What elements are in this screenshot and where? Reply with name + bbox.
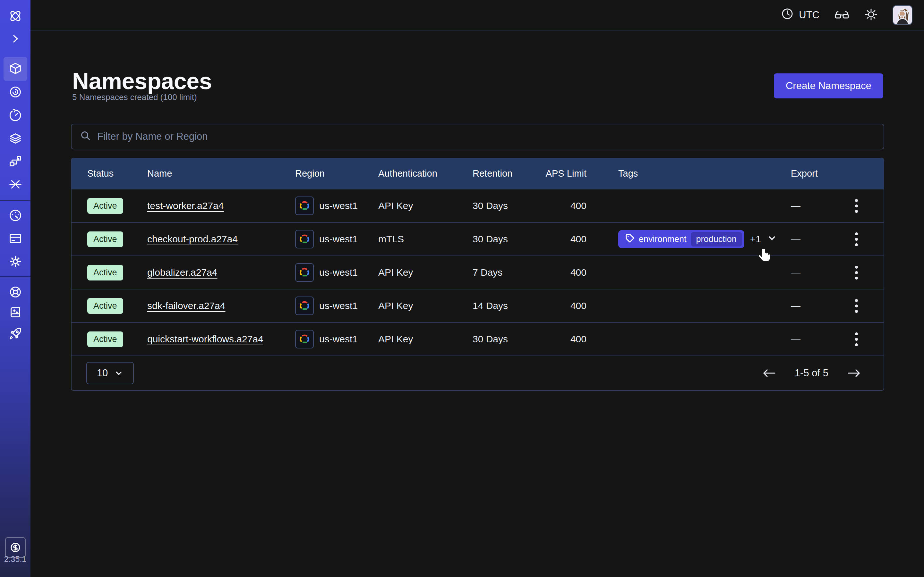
- row-actions-menu-button[interactable]: [843, 295, 869, 317]
- row-actions-menu-button[interactable]: [843, 195, 869, 217]
- retention-cell: 14 Days: [473, 300, 527, 311]
- sidebar-divider: [0, 200, 31, 201]
- row-actions-menu-button[interactable]: [843, 328, 869, 350]
- region-label: us-west1: [319, 334, 358, 345]
- sidebar-item-support[interactable]: [3, 280, 27, 304]
- sidebar-item-billing[interactable]: [3, 227, 27, 250]
- aps-limit-cell: 400: [527, 334, 586, 345]
- table-row: Active globalizer.a27a4 us-west1 API Key…: [71, 255, 884, 289]
- page-size-select[interactable]: 10: [86, 362, 134, 384]
- labs-glasses-button[interactable]: [834, 8, 850, 22]
- tags-expand-chevron-icon[interactable]: [767, 233, 777, 245]
- auth-cell: API Key: [378, 334, 473, 345]
- page-title: Namespaces: [72, 68, 212, 94]
- timezone-label: UTC: [799, 9, 819, 21]
- gcp-region-icon: [295, 330, 314, 348]
- column-header-tags: Tags: [586, 168, 791, 179]
- column-header-retention: Retention: [473, 168, 527, 179]
- app-version: 2.35.1: [0, 554, 31, 564]
- sidebar-item-getting-started[interactable]: [3, 322, 27, 346]
- column-header-aps-limit: APS Limit: [527, 168, 586, 179]
- auth-cell: API Key: [378, 200, 473, 211]
- timezone-selector[interactable]: UTC: [781, 7, 819, 23]
- auth-cell: mTLS: [378, 234, 473, 245]
- next-page-button[interactable]: [847, 368, 861, 378]
- temporal-logo-icon[interactable]: [3, 4, 27, 28]
- sidebar-item-docs[interactable]: [3, 301, 27, 324]
- sidebar-item-namespaces[interactable]: [3, 57, 27, 81]
- export-cell: —: [791, 267, 843, 278]
- namespaces-table: Status Name Region Authentication Retent…: [71, 158, 884, 391]
- region-label: us-west1: [319, 234, 358, 245]
- table-row: Active checkout-prod.a27a4 us-west1 mTLS…: [71, 222, 884, 255]
- auth-cell: API Key: [378, 300, 473, 311]
- aps-limit-cell: 400: [527, 300, 586, 311]
- aps-limit-cell: 400: [527, 200, 586, 211]
- export-cell: —: [791, 334, 843, 345]
- column-header-region: Region: [295, 168, 378, 179]
- theme-toggle-button[interactable]: [864, 8, 878, 23]
- tag-icon: [625, 234, 634, 245]
- table-row: Active sdk-failover.a27a4 us-west1 API K…: [71, 289, 884, 322]
- tag-key: environment: [639, 234, 687, 244]
- export-cell: —: [791, 200, 843, 211]
- sidebar-item-batch-operations[interactable]: [3, 172, 27, 196]
- sidebar-item-settings[interactable]: [3, 250, 27, 274]
- tag-value: production: [691, 232, 742, 247]
- table-footer: 10 1-5 of 5: [71, 356, 884, 390]
- retention-cell: 30 Days: [473, 200, 527, 211]
- tag-chip[interactable]: environment production: [618, 230, 744, 248]
- namespace-link[interactable]: sdk-failover.a27a4: [147, 300, 226, 311]
- export-cell: —: [791, 234, 843, 245]
- table-row: Active test-worker.a27a4 us-west1 API Ke…: [71, 189, 884, 222]
- row-actions-menu-button[interactable]: [843, 261, 869, 284]
- filter-input[interactable]: [97, 131, 875, 142]
- column-header-authentication: Authentication: [378, 168, 473, 179]
- auth-cell: API Key: [378, 267, 473, 278]
- gcp-region-icon: [295, 297, 314, 315]
- column-header-status: Status: [87, 168, 147, 179]
- page-subtitle: 5 Namespaces created (100 limit): [72, 92, 197, 102]
- namespace-link[interactable]: checkout-prod.a27a4: [147, 234, 238, 244]
- sidebar-item-nexus[interactable]: [3, 149, 27, 173]
- region-label: us-west1: [319, 267, 358, 278]
- sidebar: 2.35.1: [0, 0, 31, 577]
- gcp-region-icon: [295, 197, 314, 215]
- column-header-name: Name: [147, 168, 295, 179]
- previous-page-button[interactable]: [762, 368, 776, 378]
- column-header-export: Export: [791, 168, 843, 179]
- pagination-range: 1-5 of 5: [795, 367, 829, 379]
- retention-cell: 30 Days: [473, 234, 527, 245]
- glasses-icon: [834, 8, 850, 22]
- status-badge: Active: [87, 265, 123, 280]
- gcp-region-icon: [295, 263, 314, 282]
- user-avatar[interactable]: [893, 5, 913, 25]
- table-row: Active quickstart-workflows.a27a4 us-wes…: [71, 322, 884, 356]
- clock-icon: [781, 7, 794, 23]
- gcp-region-icon: [295, 230, 314, 248]
- status-badge: Active: [87, 198, 123, 214]
- namespace-link[interactable]: quickstart-workflows.a27a4: [147, 334, 263, 344]
- create-namespace-button[interactable]: Create Namespace: [774, 73, 883, 98]
- sun-icon: [864, 8, 878, 23]
- sidebar-divider: [0, 276, 31, 277]
- region-label: us-west1: [319, 200, 358, 211]
- tags-more-count[interactable]: +1: [750, 234, 761, 245]
- aps-limit-cell: 400: [527, 267, 586, 278]
- status-badge: Active: [87, 298, 123, 314]
- sidebar-item-deployments[interactable]: [3, 127, 27, 150]
- sidebar-item-usage[interactable]: [3, 203, 27, 227]
- sidebar-item-schedules[interactable]: [3, 103, 27, 127]
- namespace-link[interactable]: test-worker.a27a4: [147, 200, 224, 211]
- retention-cell: 7 Days: [473, 267, 527, 278]
- namespace-link[interactable]: globalizer.a27a4: [147, 267, 218, 277]
- sidebar-expand-button[interactable]: [3, 27, 27, 51]
- topbar: UTC: [31, 0, 924, 31]
- status-badge: Active: [87, 332, 123, 347]
- retention-cell: 30 Days: [473, 334, 527, 345]
- filter-bar: [71, 124, 884, 149]
- sidebar-item-workflows[interactable]: [3, 80, 27, 104]
- table-header-row: Status Name Region Authentication Retent…: [71, 158, 884, 189]
- row-actions-menu-button[interactable]: [843, 228, 869, 250]
- region-label: us-west1: [319, 300, 358, 311]
